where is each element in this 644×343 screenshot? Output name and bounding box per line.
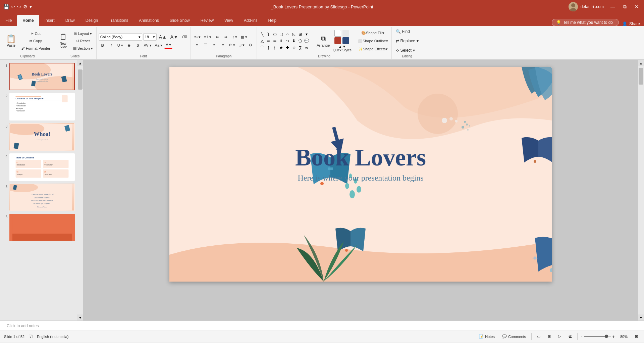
scroll-thumb-right[interactable]: [639, 68, 643, 85]
justify-button[interactable]: ≡: [219, 42, 227, 48]
zoom-out-icon[interactable]: -: [581, 334, 583, 339]
share-button[interactable]: 👤 Share: [622, 21, 640, 26]
font-color-button[interactable]: A ▾: [164, 42, 172, 49]
scroll-up-arrow[interactable]: ▲: [77, 60, 83, 66]
presenter-view-button[interactable]: 📽: [566, 334, 574, 339]
normal-view-button[interactable]: ▭: [535, 334, 542, 339]
paste-button[interactable]: 📋 Paste: [3, 34, 19, 49]
slide-img-3[interactable]: Whoa! some caption text: [9, 123, 75, 151]
slide-img-6[interactable]: [9, 214, 75, 241]
shape-rounded-rect[interactable]: ▢: [278, 31, 284, 37]
zoom-in-icon[interactable]: +: [612, 334, 615, 339]
qs-item-3[interactable]: [334, 37, 341, 44]
shape-fill-button[interactable]: 🎨 Shape Fill ▾: [357, 30, 389, 36]
shape-arrow-curved[interactable]: ↪: [284, 38, 290, 44]
slide-img-4[interactable]: Table of Contents 01 Introduction 02 Pre…: [9, 153, 75, 181]
clear-format-button[interactable]: ⌫: [180, 34, 189, 40]
slide-canvas[interactable]: Book Lovers Here is where your presentat…: [169, 67, 552, 282]
underline-button[interactable]: U ▾: [116, 42, 124, 49]
scroll-up-right[interactable]: ▲: [638, 60, 644, 66]
font-name-selector[interactable]: Calibri (Body) ▾: [99, 33, 142, 41]
slide-thumb-1[interactable]: 1 Book Lovers Here is where your present…: [2, 63, 75, 90]
reset-button[interactable]: ↺ Reset: [72, 38, 94, 44]
decrease-font-size-button[interactable]: A▼: [169, 34, 179, 40]
tab-file[interactable]: File: [0, 15, 17, 26]
tab-home[interactable]: Home: [17, 15, 39, 26]
line-spacing-button[interactable]: ↕ ▾: [231, 34, 239, 40]
columns-button[interactable]: ▦ ▾: [239, 34, 249, 40]
quick-styles-up[interactable]: ▲: [338, 45, 342, 48]
tab-slideshow[interactable]: Slide Show: [164, 15, 195, 26]
undo-icon[interactable]: ↩: [11, 4, 15, 9]
slide-thumb-4[interactable]: 4 Table of Contents 01 Introduction 02 P…: [2, 153, 75, 181]
shape-rect[interactable]: ▭: [272, 31, 278, 37]
tab-transitions[interactable]: Transitions: [103, 15, 133, 26]
tab-review[interactable]: Review: [195, 15, 219, 26]
shape-arrow-up[interactable]: ⬆: [278, 38, 284, 44]
tab-design[interactable]: Design: [80, 15, 103, 26]
qs-item-2[interactable]: [342, 30, 349, 37]
slide-img-2[interactable]: Contents of This Template • Introduction…: [9, 93, 75, 120]
shape-custom[interactable]: ∞: [304, 45, 310, 51]
slide-thumb-5[interactable]: 5 "This is a quote. Words full of wisdom…: [2, 184, 75, 211]
zoom-bar[interactable]: [584, 336, 611, 337]
case-button[interactable]: Aa ▾: [154, 42, 164, 49]
find-button[interactable]: 🔍 Find: [394, 28, 412, 36]
shape-cross[interactable]: ✚: [284, 45, 290, 51]
fit-slide-button[interactable]: ⊞: [633, 334, 640, 339]
customize-quick-access-icon[interactable]: ⚙: [23, 4, 28, 9]
shape-diamond[interactable]: ◇: [291, 45, 297, 51]
shape-triangle[interactable]: △: [259, 38, 265, 44]
slide-thumb-6[interactable]: 6: [2, 214, 75, 241]
tab-draw[interactable]: Draw: [60, 15, 80, 26]
reading-view-button[interactable]: ▷: [556, 334, 563, 339]
font-size-selector[interactable]: 18 ▾: [143, 33, 157, 41]
decrease-indent-button[interactable]: ⇐: [213, 34, 221, 40]
zoom-level-button[interactable]: 80%: [618, 334, 630, 339]
slide-thumb-2[interactable]: 2 Contents of This Template • Introducti…: [2, 93, 75, 120]
user-area[interactable]: defantri .com: [569, 2, 604, 11]
dropdown-icon[interactable]: ▾: [30, 4, 32, 9]
align-center-button[interactable]: ☰: [202, 42, 210, 48]
qs-item-4[interactable]: [342, 37, 349, 44]
shape-arc[interactable]: ⌒: [259, 45, 265, 51]
text-direction-button[interactable]: ⟳ ▾: [228, 42, 236, 48]
tell-me-box[interactable]: 💡 Tell me what you want to do: [552, 19, 619, 26]
shape-right-angle[interactable]: ◺: [291, 31, 297, 37]
shape-pentagon[interactable]: ⬠: [297, 38, 303, 44]
shape-arrow-left[interactable]: ⬅: [272, 38, 278, 44]
layout-button[interactable]: ⊞ Layout ▾: [72, 30, 94, 37]
char-spacing-button[interactable]: AV ▾: [143, 42, 153, 49]
close-button[interactable]: ✕: [633, 3, 641, 10]
shape-line[interactable]: ╲: [259, 31, 265, 37]
select-button[interactable]: ⊹ Select ▾: [394, 46, 417, 54]
tab-help[interactable]: Help: [263, 15, 282, 26]
shape-equation[interactable]: ∑: [297, 45, 303, 51]
cut-button[interactable]: ✂ Cut: [20, 30, 52, 37]
shape-arrow-right[interactable]: ➡: [265, 38, 271, 44]
increase-font-size-button[interactable]: A▲: [158, 34, 168, 40]
shape-star[interactable]: ★: [278, 45, 284, 51]
quick-styles-down[interactable]: ▼: [342, 45, 346, 48]
save-icon[interactable]: 💾: [3, 4, 9, 9]
strikethrough-button[interactable]: S: [125, 42, 133, 49]
notes-tab-button[interactable]: 📝 Notes: [477, 334, 497, 339]
tab-insert[interactable]: Insert: [39, 15, 60, 26]
shape-callout[interactable]: 💬: [304, 38, 310, 44]
shape-curve[interactable]: ∫: [265, 45, 271, 51]
copy-button[interactable]: ⧉ Copy: [20, 38, 52, 44]
shape-connector[interactable]: ⤵: [265, 31, 271, 37]
comments-button[interactable]: 💬 Comments: [500, 334, 528, 339]
section-button[interactable]: ▤ Section ▾: [72, 45, 94, 52]
shape-outline-button[interactable]: ⬜ Shape Outline ▾: [357, 38, 389, 44]
restore-button[interactable]: ⧉: [621, 3, 629, 10]
slide-sorter-button[interactable]: ⊞: [546, 334, 553, 339]
align-right-button[interactable]: ≡: [210, 42, 218, 48]
numbering-button[interactable]: ≡1 ▾: [203, 34, 213, 40]
minimize-button[interactable]: —: [608, 3, 617, 10]
align-left-button[interactable]: ≡: [193, 42, 201, 48]
scroll-thumb[interactable]: [78, 69, 83, 90]
format-painter-button[interactable]: 🖌 Format Painter: [20, 45, 52, 52]
slide-img-1[interactable]: Book Lovers Here is where your presentat…: [9, 63, 75, 90]
redo-icon[interactable]: ↪: [17, 4, 21, 9]
